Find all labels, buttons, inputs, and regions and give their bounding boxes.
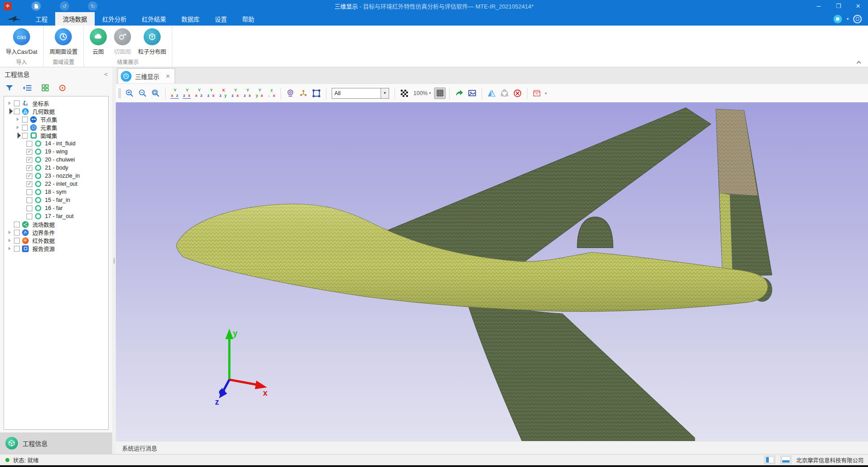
- expander-icon[interactable]: [7, 231, 12, 234]
- checkbox[interactable]: [14, 100, 20, 106]
- tree-item-body[interactable]: 21 - body: [4, 164, 108, 172]
- archive-caret-icon[interactable]: ▾: [545, 91, 547, 96]
- tree-item-int-fluid[interactable]: 14 - int_fluid: [4, 140, 108, 148]
- checkbox[interactable]: [26, 149, 32, 155]
- layout-left-panel-icon[interactable]: [764, 455, 776, 464]
- style-switcher-icon[interactable]: [833, 15, 842, 23]
- zoom-in-icon[interactable]: [124, 87, 136, 99]
- camera-icon[interactable]: [285, 87, 296, 99]
- checkbox[interactable]: [26, 165, 32, 171]
- filter-icon[interactable]: [5, 85, 13, 92]
- opacity-checker-icon[interactable]: [399, 87, 410, 99]
- tree-item-far-in[interactable]: 15 - far_in: [4, 196, 108, 204]
- period-face-button[interactable]: 周期面设置: [46, 27, 81, 57]
- menu-ir-analysis[interactable]: 红外分析: [95, 12, 134, 26]
- archive-box-icon[interactable]: [531, 87, 543, 99]
- checkbox[interactable]: [14, 222, 20, 227]
- checkbox[interactable]: [14, 230, 20, 236]
- checkbox[interactable]: [14, 246, 20, 252]
- locate-target-icon[interactable]: [59, 84, 66, 93]
- group-view-icon[interactable]: [42, 84, 49, 93]
- layout-bottom-panel-icon[interactable]: [780, 455, 792, 464]
- tree-item-far-out[interactable]: 17 - far_out: [4, 212, 108, 220]
- view-top-icon[interactable]: Xzy: [218, 88, 228, 99]
- checkbox[interactable]: [22, 117, 28, 122]
- ribbon-collapse-icon[interactable]: [855, 60, 862, 64]
- checkbox[interactable]: [26, 205, 32, 211]
- checkbox[interactable]: [26, 181, 32, 187]
- expander-icon[interactable]: [7, 247, 12, 250]
- tree-item-node-set[interactable]: 节点集: [4, 115, 108, 123]
- cancel-icon[interactable]: [512, 87, 523, 99]
- checkbox[interactable]: [22, 133, 28, 139]
- checkbox[interactable]: [26, 214, 32, 219]
- contour-cloud-button[interactable]: 云图: [87, 27, 110, 57]
- checkbox[interactable]: [22, 125, 28, 131]
- expander-icon[interactable]: [7, 109, 12, 113]
- undo-icon[interactable]: ↺: [60, 1, 69, 11]
- chevron-down-icon[interactable]: ▼: [381, 88, 389, 98]
- expander-icon[interactable]: [7, 101, 12, 105]
- 3d-viewport[interactable]: y x z: [116, 102, 868, 441]
- menu-ir-results[interactable]: 红外结果: [134, 12, 174, 26]
- ribbon-pin-icon[interactable]: [853, 15, 862, 23]
- import-cas-dat-button[interactable]: cas 导入Cas/Dat: [3, 27, 40, 57]
- view-back-icon[interactable]: Yzx: [181, 88, 192, 99]
- app-icon[interactable]: ✛: [4, 2, 12, 10]
- tree-item-wing[interactable]: 19 - wing: [4, 148, 108, 156]
- mirror-icon[interactable]: [486, 87, 497, 99]
- view-front-icon[interactable]: Yxz: [169, 88, 180, 99]
- toolbar-grip[interactable]: [118, 88, 121, 98]
- checkbox[interactable]: [26, 173, 32, 179]
- expander-icon[interactable]: [15, 133, 20, 138]
- tree-item-coordinate-system[interactable]: YZx 坐标系: [4, 99, 108, 107]
- redo-icon[interactable]: ↻: [88, 1, 97, 11]
- opacity-value-dropdown[interactable]: 100%▾: [412, 90, 433, 96]
- restore-button[interactable]: ❐: [829, 0, 848, 12]
- view-left-icon[interactable]: Yxz: [193, 88, 204, 99]
- tree-item-face-set[interactable]: 面域集: [4, 131, 108, 140]
- view-iso-icon[interactable]: Yzx: [242, 88, 253, 99]
- minimize-button[interactable]: ─: [809, 0, 829, 12]
- new-file-icon[interactable]: [31, 1, 41, 11]
- menu-database[interactable]: 数据库: [174, 12, 207, 26]
- checkbox[interactable]: [26, 197, 32, 203]
- view-bottom-icon[interactable]: Yzx: [230, 88, 241, 99]
- tree-item-report-resources[interactable]: 报告资源: [4, 244, 108, 253]
- rotate-view-icon[interactable]: Yyx: [254, 88, 265, 99]
- expander-icon[interactable]: [15, 118, 20, 121]
- mesh-grid-toggle[interactable]: [434, 87, 446, 99]
- menu-project[interactable]: 工程: [28, 12, 55, 26]
- link-nodes-icon[interactable]: [499, 87, 510, 99]
- checkbox[interactable]: [26, 157, 32, 163]
- tree-item-chuiwei[interactable]: 20 - chuiwei: [4, 156, 108, 164]
- checkbox[interactable]: [14, 109, 20, 114]
- tree-item-geometry-data[interactable]: 几何数据: [4, 107, 108, 115]
- checkbox[interactable]: [26, 141, 32, 147]
- expander-icon[interactable]: [15, 126, 20, 129]
- view-right-icon[interactable]: Yzx: [206, 88, 216, 99]
- molecule-icon[interactable]: [298, 87, 309, 99]
- view-axonometric-icon[interactable]: z↓x: [266, 88, 277, 99]
- tab-3d-view[interactable]: 三维显示 ✕: [118, 68, 175, 83]
- expander-icon[interactable]: [7, 239, 12, 242]
- close-button[interactable]: ✕: [848, 0, 868, 12]
- export-arrow-icon[interactable]: [453, 87, 465, 99]
- tab-close-icon[interactable]: ✕: [166, 73, 170, 79]
- tree-item-sym[interactable]: 18 - sym: [4, 188, 108, 196]
- menu-settings[interactable]: 设置: [207, 12, 235, 26]
- panel-splitter[interactable]: ••••: [112, 67, 116, 454]
- panel-collapse-icon[interactable]: <: [104, 71, 108, 78]
- menu-help[interactable]: 帮助: [235, 12, 262, 26]
- display-filter-select[interactable]: All ▼: [332, 88, 389, 99]
- tree-item-inlet-out[interactable]: 22 - inlet_out: [4, 180, 108, 188]
- tree-item-flow-data[interactable]: 流场数据: [4, 220, 108, 228]
- particle-distribution-button[interactable]: 粒子分布图: [135, 27, 170, 57]
- collapse-all-icon[interactable]: [23, 85, 32, 92]
- select-frame-icon[interactable]: [311, 87, 322, 99]
- tree-item-far[interactable]: 16 - far: [4, 204, 108, 212]
- tree-item-boundary-conditions[interactable]: 边界条件: [4, 228, 108, 236]
- tree-item-infrared-data[interactable]: ✳ 红外数据: [4, 236, 108, 244]
- style-caret-icon[interactable]: ▾: [846, 17, 849, 21]
- tree-item-element-set[interactable]: 元素集: [4, 123, 108, 131]
